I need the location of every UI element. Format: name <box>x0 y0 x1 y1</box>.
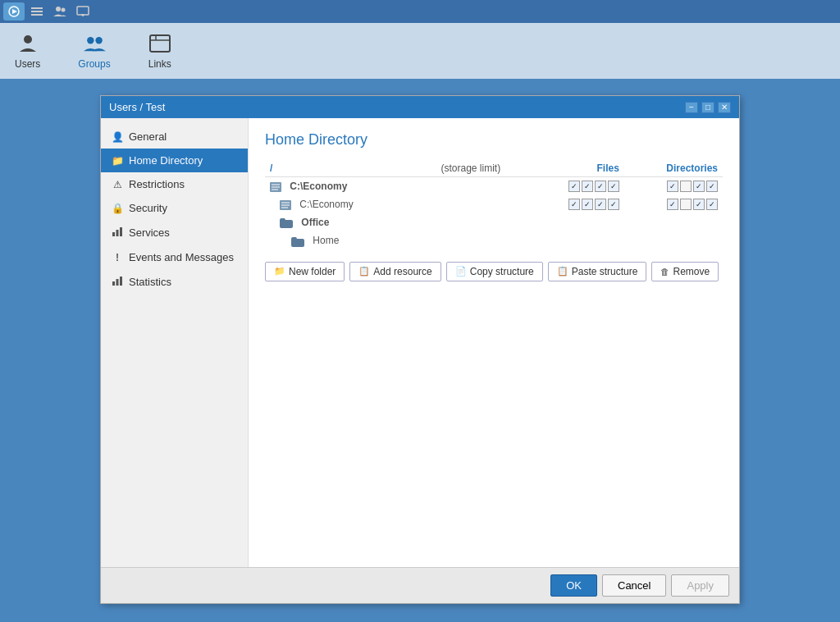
resource-icon <box>270 181 286 192</box>
dir-cb-3[interactable] <box>693 199 705 210</box>
row-text: C:\Economy <box>290 181 347 192</box>
users-nav-button[interactable] <box>49 2 71 21</box>
sidebar-label-events-messages: Events and Messages <box>129 251 234 263</box>
resource-icon <box>280 199 296 210</box>
dialog: Users / Test − □ ✕ 👤 General 📁 Home Dire… <box>100 95 740 604</box>
col-path: / <box>265 160 415 177</box>
col-directories: Directories <box>624 160 723 177</box>
new-folder-icon: 📁 <box>274 266 285 277</box>
file-cb-1[interactable] <box>568 181 580 192</box>
file-cb-3[interactable] <box>595 199 606 210</box>
new-folder-button[interactable]: 📁 New folder <box>265 262 345 281</box>
sidebar-item-restrictions[interactable]: ⚠ Restrictions <box>101 172 248 196</box>
maximize-button[interactable]: □ <box>701 102 714 113</box>
svg-rect-18 <box>120 227 122 236</box>
sidebar-item-home-directory[interactable]: 📁 Home Directory <box>101 149 248 172</box>
close-button[interactable]: ✕ <box>718 102 731 113</box>
nav-label-links: Links <box>148 58 171 70</box>
row-dirs <box>624 195 723 213</box>
dir-cb-1[interactable] <box>667 199 678 210</box>
add-resource-icon: 📋 <box>358 266 370 277</box>
ok-button[interactable]: OK <box>550 574 597 597</box>
svg-point-11 <box>87 37 94 43</box>
sidebar-label-services: Services <box>129 226 170 239</box>
dir-cb-4[interactable] <box>706 181 718 192</box>
directory-table: / (storage limit) Files Directories <box>265 160 723 250</box>
col-storage: (storage limit) <box>415 160 527 177</box>
sidebar-item-security[interactable]: 🔒 Security <box>101 196 248 220</box>
row-label: Office <box>265 213 415 231</box>
file-cb-2[interactable] <box>582 199 593 210</box>
copy-structure-icon: 📄 <box>455 266 467 277</box>
row-storage <box>415 177 527 196</box>
file-cb-4[interactable] <box>608 199 619 210</box>
svg-point-10 <box>24 35 32 43</box>
table-row[interactable]: C:\Economy <box>265 177 723 196</box>
remove-button[interactable]: 🗑 Remove <box>651 262 719 281</box>
sidebar-item-general[interactable]: 👤 General <box>101 125 248 149</box>
nav-item-users[interactable]: Users <box>8 29 47 73</box>
sidebar-item-statistics[interactable]: Statistics <box>101 269 248 295</box>
row-dirs <box>624 213 723 231</box>
monitor-button[interactable] <box>72 2 94 21</box>
security-icon: 🔒 <box>111 203 124 214</box>
dir-cb-4[interactable] <box>706 199 718 210</box>
row-dirs <box>624 177 723 196</box>
dialog-controls: − □ ✕ <box>685 102 731 113</box>
statistics-icon <box>111 275 124 289</box>
remove-label: Remove <box>673 266 710 277</box>
dir-cb-1[interactable] <box>667 181 678 192</box>
svg-point-6 <box>62 8 66 12</box>
svg-rect-17 <box>116 230 119 236</box>
row-text: Office <box>301 217 329 228</box>
svg-rect-21 <box>120 277 122 286</box>
table-row[interactable]: Office <box>265 213 723 231</box>
file-cb-2[interactable] <box>582 181 593 192</box>
sidebar-label-general: General <box>129 130 167 143</box>
row-label: C:\Economy <box>265 177 415 196</box>
remove-icon: 🗑 <box>660 267 669 277</box>
row-files <box>527 177 624 196</box>
row-files <box>527 231 624 249</box>
apply-button[interactable]: Apply <box>671 574 729 597</box>
content-toolbar: 📁 New folder 📋 Add resource 📄 Copy struc… <box>265 262 723 281</box>
table-row[interactable]: C:\Economy <box>265 195 723 213</box>
sidebar-item-services[interactable]: Services <box>101 220 248 245</box>
row-files <box>527 213 624 231</box>
cancel-button[interactable]: Cancel <box>602 574 666 597</box>
links-icon <box>148 32 171 55</box>
nav-label-users: Users <box>15 58 40 70</box>
sidebar-label-restrictions: Restrictions <box>129 178 185 190</box>
users-icon <box>16 32 39 55</box>
copy-structure-button[interactable]: 📄 Copy structure <box>446 262 543 281</box>
row-files <box>527 195 624 213</box>
folder-icon <box>291 235 309 246</box>
dir-cb-3[interactable] <box>693 181 705 192</box>
top-toolbar <box>0 0 840 23</box>
file-cb-4[interactable] <box>608 181 619 192</box>
sidebar-label-security: Security <box>129 202 167 214</box>
dir-cb-2[interactable] <box>680 199 692 210</box>
sidebar-label-statistics: Statistics <box>129 276 171 288</box>
svg-point-12 <box>95 37 102 43</box>
paste-structure-button[interactable]: 📋 Paste structure <box>548 262 647 281</box>
file-cb-3[interactable] <box>595 181 606 192</box>
events-icon: ! <box>111 252 124 263</box>
file-cb-1[interactable] <box>568 199 580 210</box>
add-resource-button[interactable]: 📋 Add resource <box>349 262 441 281</box>
table-row[interactable]: Home <box>265 231 723 249</box>
list-button[interactable] <box>26 2 48 21</box>
nav-bar: Users Groups Links <box>0 23 840 79</box>
nav-item-links[interactable]: Links <box>142 29 178 73</box>
groups-icon <box>83 32 106 55</box>
minimize-button[interactable]: − <box>685 102 698 113</box>
row-text: Home <box>313 235 339 246</box>
dialog-footer: OK Cancel Apply <box>101 567 739 603</box>
folder-icon <box>280 217 298 228</box>
dir-cb-2[interactable] <box>680 181 692 192</box>
paste-structure-label: Paste structure <box>572 266 638 277</box>
sidebar-item-events-messages[interactable]: ! Events and Messages <box>101 245 248 269</box>
svg-point-5 <box>56 7 61 11</box>
nav-item-groups[interactable]: Groups <box>71 29 116 73</box>
play-button[interactable] <box>3 2 25 21</box>
